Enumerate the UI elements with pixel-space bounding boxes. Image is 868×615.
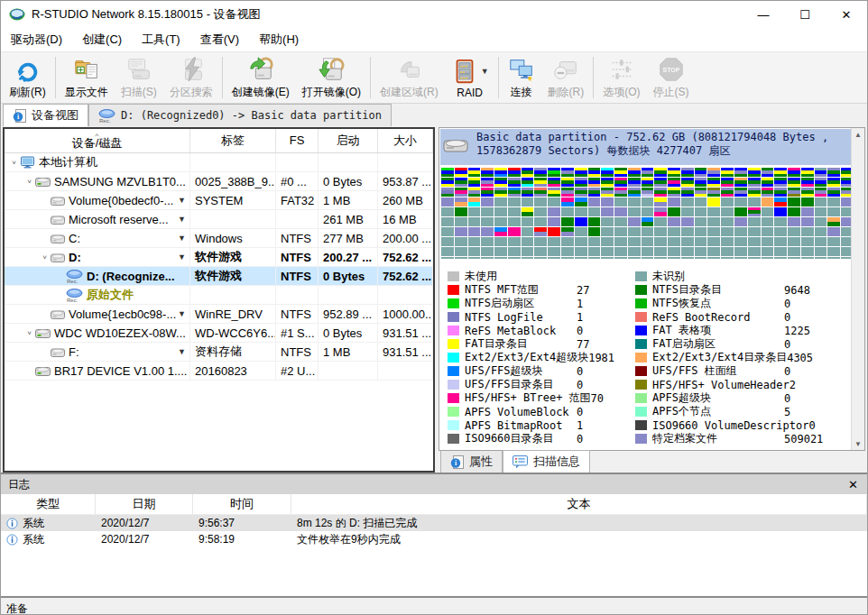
tree-row-7[interactable]: Rec.原始文件 — [5, 286, 433, 305]
scan-block — [614, 207, 627, 216]
toolbar-button-open-image[interactable]: 打开镜像(O) — [296, 52, 367, 103]
tab-device-view-0[interactable]: i设备视图 — [3, 104, 88, 126]
volume-icon — [51, 347, 65, 357]
tree-row-0[interactable]: ˅本地计算机 — [5, 153, 433, 172]
raid-icon: ▼ — [451, 57, 489, 86]
scan-block — [654, 178, 667, 187]
tree-column-header-3[interactable]: 启动 — [319, 129, 378, 152]
log-close-icon[interactable]: ✕ — [846, 478, 860, 491]
scroll-down-icon[interactable]: ▼ — [852, 437, 864, 450]
legend-item: ISO9660 VolumeDescriptor0 — [635, 418, 852, 432]
log-row-0[interactable]: 系统2020/12/79:56:378m 12s 的 D: 扫描已完成 — [1, 515, 867, 531]
expand-chevron-icon[interactable]: ˅ — [23, 178, 35, 186]
toolbar-separator — [593, 57, 594, 98]
legend-count: 0 — [577, 365, 583, 378]
tree-row-6[interactable]: Rec.D: (Recognize...软件游戏NTFS0 Bytes752.6… — [5, 267, 433, 286]
menu-item-4[interactable]: 帮助(H) — [249, 28, 309, 51]
toolbar-button-connect[interactable]: 连接 — [502, 52, 541, 103]
scan-block — [721, 207, 734, 216]
row-dropdown-icon[interactable]: ▼ — [178, 347, 186, 356]
expand-chevron-icon[interactable]: ˅ — [23, 329, 35, 337]
tree-row-8[interactable]: Volume{1ecb0c98-...▼WinRE_DRVNTFS952.89 … — [5, 305, 433, 324]
tree-column-header-1[interactable]: 标签 — [190, 129, 276, 152]
dropdown-arrow-icon[interactable]: ▼ — [481, 67, 489, 76]
scan-block — [614, 257, 627, 259]
scan-block — [734, 237, 747, 246]
scan-block — [774, 207, 787, 216]
scan-block — [668, 227, 680, 236]
maximize-button[interactable]: ☐ — [784, 1, 826, 28]
toolbar-button-refresh[interactable]: 刷新(R) — [3, 52, 52, 103]
menu-item-2[interactable]: 工具(T) — [132, 28, 190, 51]
start-cell — [319, 362, 378, 380]
tree-row-9[interactable]: ˅WDC WD10EZEX-08W...WD-WCC6Y6...#1 S...0… — [5, 324, 433, 343]
tree-row-10[interactable]: F:▼资料存储NTFS1 MB931.51 ... — [5, 343, 433, 362]
legend-swatch — [635, 434, 647, 444]
scan-block — [774, 197, 787, 207]
scan-block — [468, 257, 481, 259]
minimize-button[interactable]: — — [743, 1, 784, 28]
tree-column-header-0[interactable]: ^设备/磁盘 — [5, 129, 190, 152]
info-icon: i — [450, 455, 464, 469]
row-dropdown-icon[interactable]: ▼ — [178, 252, 186, 262]
scan-block — [827, 217, 840, 226]
toolbar: 刷新(R)显示文件扫描(S)分区搜索创建镜像(E)打开镜像(O)创建区域(R)▼… — [1, 51, 867, 104]
log-row-1[interactable]: 系统2020/12/79:58:19文件枚举在9秒内完成 — [1, 531, 867, 547]
tree-row-11[interactable]: BR17 DEVICE V1.00 1....20160823#2 U... — [5, 362, 433, 381]
scan-block — [748, 217, 761, 226]
app-window: R-STUDIO Network 8.15.180015 - 设备视图 — ☐ … — [0, 0, 868, 615]
scrollbar[interactable]: ▲ ▼ — [851, 128, 864, 450]
row-dropdown-icon[interactable]: ▼ — [178, 309, 186, 318]
partition-info-header: Basic data partition - 752.62 GB (808121… — [440, 129, 851, 165]
tree-row-1[interactable]: ˅SAMSUNG MZVLB1T0...0025_388B_9...#0 ...… — [5, 172, 433, 191]
log-column-header-3[interactable]: 文本 — [291, 494, 867, 514]
label-cell: 0025_388B_9... — [190, 172, 276, 190]
toolbar-button-label: 刷新(R) — [9, 85, 46, 100]
toolbar-button-create-image[interactable]: 创建镜像(E) — [226, 52, 296, 103]
scan-block — [522, 247, 534, 256]
scan-block — [441, 207, 454, 216]
row-dropdown-icon[interactable]: ▼ — [178, 234, 186, 243]
scan-block — [801, 188, 814, 197]
log-column-header-1[interactable]: 日期 — [96, 494, 193, 514]
scan-block — [575, 188, 587, 197]
fs-cell: NTFS — [276, 305, 319, 323]
scan-block — [801, 197, 814, 207]
scan-block — [642, 227, 654, 236]
tree-column-header-4[interactable]: 大小 — [378, 129, 433, 152]
expand-chevron-icon[interactable]: ˅ — [39, 253, 51, 262]
row-dropdown-icon[interactable]: ▼ — [178, 196, 186, 205]
tab-right-1[interactable]: 扫描信息 — [503, 450, 590, 473]
scan-block — [642, 168, 654, 177]
scan-block — [827, 188, 840, 197]
expand-chevron-icon[interactable]: ˅ — [8, 159, 20, 167]
scan-block — [827, 207, 840, 216]
legend-count: 0 — [808, 419, 815, 432]
tree-row-5[interactable]: ˅D:▼软件游戏NTFS200.27 ...752.62 ... — [5, 248, 433, 267]
scan-block — [707, 227, 720, 236]
tree-row-2[interactable]: Volume{0bedecf0-...▼SYSTEMFAT321 MB260 M… — [5, 191, 433, 210]
menu-item-3[interactable]: 查看(V) — [190, 28, 249, 51]
tree-row-4[interactable]: C:▼WindowsNTFS277 MB200.00 ... — [5, 229, 433, 248]
label-cell: 软件游戏 — [190, 248, 276, 266]
tree-row-3[interactable]: Microsoft reserve...▼261 MB16 MB — [5, 210, 433, 229]
tab-device-view-1[interactable]: Rec.D: (Recognized0) -> Basic data parti… — [88, 104, 392, 126]
tab-right-0[interactable]: i属性 — [440, 450, 503, 473]
scan-block — [588, 197, 601, 207]
menu-item-1[interactable]: 创建(C) — [72, 28, 132, 51]
close-button[interactable]: ✕ — [826, 1, 867, 28]
toolbar-button-raid[interactable]: ▼RAID — [445, 52, 495, 103]
status-text: 准备 — [6, 601, 28, 615]
toolbar-button-label: 停止(S) — [653, 85, 689, 100]
scan-block — [654, 168, 667, 177]
scroll-up-icon[interactable]: ▲ — [852, 128, 864, 141]
menu-item-0[interactable]: 驱动器(D) — [1, 28, 72, 51]
tree-column-header-2[interactable]: FS — [276, 129, 319, 152]
toolbar-button-show-files[interactable]: 显示文件 — [59, 52, 115, 103]
row-dropdown-icon[interactable]: ▼ — [178, 215, 186, 224]
scan-block — [642, 247, 654, 256]
log-column-header-2[interactable]: 时间 — [193, 494, 291, 514]
log-column-header-0[interactable]: 类型 — [1, 494, 96, 514]
scan-block — [668, 197, 680, 207]
device-tree-panel: ^设备/磁盘标签FS启动大小 ˅本地计算机˅SAMSUNG MZVLB1T0..… — [3, 127, 435, 473]
